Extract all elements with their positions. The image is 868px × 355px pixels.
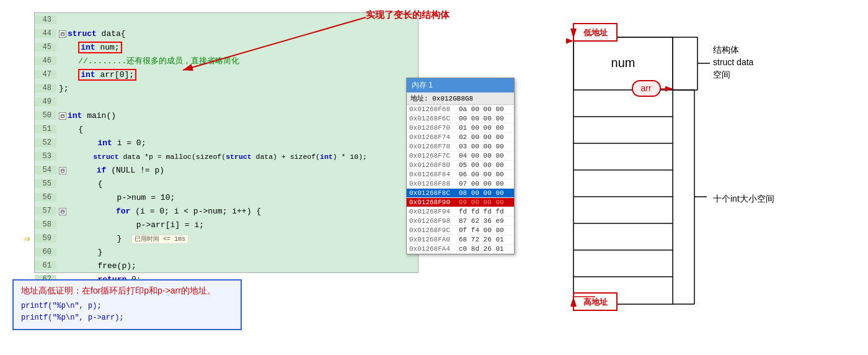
code-line-48: 48 }; [35,81,418,95]
collapse-icon-57[interactable]: ⊟ [59,208,66,215]
svg-rect-7 [574,117,673,143]
annotation-title: 地址高低证明：在for循环后打印p和p->arr的地址。 [21,285,233,297]
code-line-53: 53 struct data *p = malloc(sizeof(struct… [35,150,418,163]
code-line-59: ⇒ 59 } 已用时间 <= 1ms [35,231,418,245]
code-line-46: 46 //........还有很多的成员，直接省略简化 [35,54,418,68]
code-line-51: 51 { [35,122,418,136]
svg-text:struct data: struct data [713,57,754,67]
code-line-47: 47 int arr[0]; [35,68,418,81]
svg-text:arr: arr [640,83,651,93]
code-line-60: 60 } [35,245,418,259]
collapse-icon-54[interactable]: ⊟ [59,167,66,174]
memory-row-5: 0x01268F7C04 00 00 00 [407,151,514,161]
svg-rect-12 [574,250,673,277]
memory-row-9: 0x01268F8C08 00 00 00 [407,189,514,198]
code-line-52: 52 int i = 0; [35,136,418,150]
memory-row-14: 0x01268FA068 72 26 01 [407,235,514,245]
memory-row-10: 0x01268F9009 00 00 00 [407,198,514,207]
current-line-arrow: ⇒ [24,231,30,245]
svg-rect-11 [574,223,673,250]
int-num-highlight: int num; [78,42,122,53]
svg-rect-8 [574,143,673,170]
code-line-54: 54 ⊟ if (NULL != p) [35,163,418,177]
svg-text:高地址: 高地址 [583,297,608,307]
svg-text:低地址: 低地址 [583,28,608,37]
memory-window: 内存 1 地址: 0x012GB8G8 0x01268F680a 00 00 0… [406,78,515,254]
memory-row-3: 0x01268F7402 00 00 00 [407,133,514,142]
annotation-code: printf("%p\n", p); printf("%p\n", p->arr… [21,300,233,324]
memory-title: 内存 1 [407,78,514,92]
code-line-58: 58 p->arr[i] = i; [35,218,418,231]
svg-text:num: num [611,56,636,70]
memory-address-bar: 地址: 0x012GB8G8 [407,92,514,105]
svg-text:十个int大小空间: 十个int大小空间 [713,194,774,204]
collapse-icon[interactable]: ⊟ [59,30,66,38]
memory-row-8: 0x01268F8807 00 00 00 [407,179,514,189]
code-line-55: 55 { [35,177,418,191]
code-line-56: 56 p->num = 10; [35,191,418,204]
code-line-44: 44 ⊟struct data{ [35,27,418,40]
memory-row-11: 0x01268F94fd fd fd fd [407,207,514,217]
code-editor: 43 44 ⊟struct data{ 45 int num; 46 //...… [34,12,418,273]
memory-diagram: num 结构体 struct data 空间 十个int大小空间 低地址 [530,6,852,344]
code-line-61: 61 free(p); [35,259,418,272]
svg-rect-10 [574,197,673,223]
memory-row-4: 0x01268F7803 00 00 00 [407,142,514,151]
code-line-43: 43 [35,13,418,27]
code-line-45: 45 int num; [35,40,418,54]
svg-text:空间: 空间 [713,70,730,79]
annotation-line1: printf("%p\n", p); [21,300,233,312]
memory-row-7: 0x01268F8406 00 00 00 [407,170,514,179]
collapse-icon-50[interactable]: ⊟ [59,112,66,120]
code-line-49: 49 [35,95,418,109]
int-arr-highlight: int arr[0]; [78,69,136,81]
annotation-line2: printf("%p\n", p->arr); [21,312,233,324]
code-line-57: 57 ⊟ for (i = 0; i < p->num; i++) { [35,204,418,218]
memory-row-13: 0x01268F9C0f f4 00 00 [407,226,514,235]
memory-row-0: 0x01268F680a 00 00 00 [407,105,514,114]
memory-row-1: 0x01268F6C00 00 00 00 [407,114,514,124]
memory-row-6: 0x01268F8005 00 00 00 [407,161,514,170]
svg-rect-9 [574,170,673,197]
annotation-box: 地址高低证明：在for循环后打印p和p->arr的地址。 printf("%p\… [12,279,242,330]
svg-text:结构体: 结构体 [713,45,739,55]
variable-length-label: 实现了变长的结构体 [366,9,450,21]
memory-row-15: 0x01268FA4c0 8d 26 01 [407,245,514,254]
memory-row-2: 0x01268F7001 00 00 00 [407,124,514,133]
memory-row-12: 0x01268F9887 62 36 e9 [407,217,514,226]
code-line-50: 50 ⊟int main() [35,109,418,122]
